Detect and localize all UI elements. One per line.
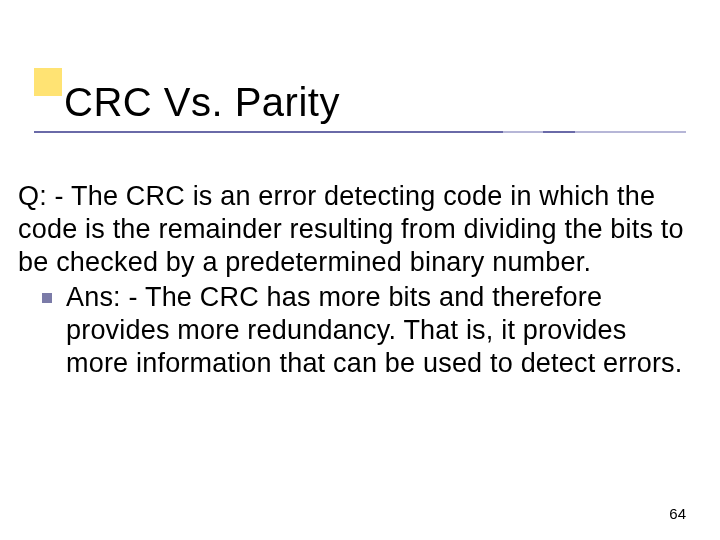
title-block: CRC Vs. Parity [34, 80, 686, 133]
bullet-square-icon [42, 293, 52, 303]
accent-square-icon [34, 68, 62, 96]
answer-item: Ans: - The CRC has more bits and therefo… [18, 281, 694, 380]
slide: CRC Vs. Parity Q: - The CRC is an error … [0, 0, 720, 540]
answer-text: Ans: - The CRC has more bits and therefo… [66, 281, 694, 380]
question-text: Q: - The CRC is an error detecting code … [18, 180, 694, 279]
page-number: 64 [669, 505, 686, 522]
slide-title: CRC Vs. Parity [64, 80, 686, 125]
body-content: Q: - The CRC is an error detecting code … [18, 180, 694, 380]
title-underline [34, 131, 686, 133]
